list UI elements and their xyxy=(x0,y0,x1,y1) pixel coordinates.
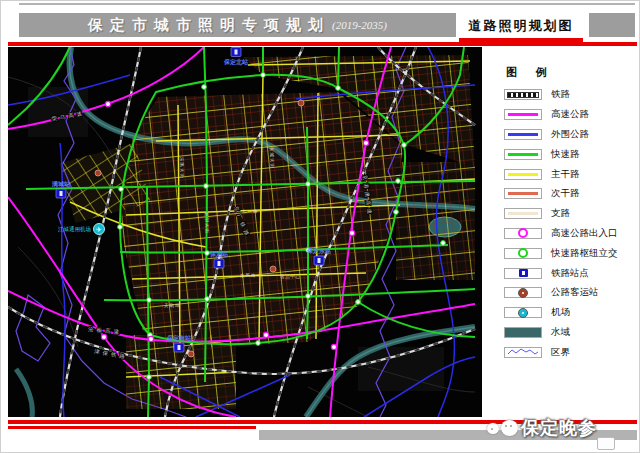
red-rule-bottom-2 xyxy=(8,426,256,429)
top-hairline xyxy=(19,3,635,5)
station-label: 保定南站 xyxy=(166,334,192,342)
legend-symbol-boundary-icon xyxy=(504,347,542,358)
airport-label: 江城通用机场 xyxy=(58,225,91,233)
bus-station-label: 客运中心 xyxy=(280,273,300,279)
legend-symbol-line-icon xyxy=(504,188,542,199)
station-label: 满城站 xyxy=(51,180,71,188)
legend-items: 铁路高速公路外围公路快速路主干路次干路支路高速公路出入口快速路枢纽立交铁路站点公… xyxy=(504,85,628,362)
legend-item-3: 快速路 xyxy=(504,144,628,164)
legend-label: 快速路枢纽立交 xyxy=(551,247,618,260)
legend-label: 快速路 xyxy=(551,148,580,161)
plan-title: 保定市城市照明专项规划 xyxy=(88,16,330,35)
legend-item-0: 铁路 xyxy=(504,85,628,105)
legend-label: 主干路 xyxy=(551,168,580,181)
railway-station-icon xyxy=(214,259,224,268)
bus-station-icon xyxy=(270,266,276,272)
bus-station-icon xyxy=(188,351,194,357)
legend-symbol-line-icon xyxy=(504,109,542,120)
legend-symbol-railway-icon xyxy=(504,89,542,100)
legend-symbol-fill-icon xyxy=(504,327,542,338)
legend-item-4: 主干路 xyxy=(504,164,628,184)
legend-item-11: 机场 xyxy=(504,303,628,323)
map-canvas: 荣乌高速 沧榆高速 京港澳高速 京广铁路 津保铁路 七一路 东风路 天鹅路 乐凯… xyxy=(8,47,482,417)
legend-label: 外围公路 xyxy=(551,128,589,141)
railway-station-icon xyxy=(174,343,184,352)
legend-label: 高速公路 xyxy=(551,108,589,121)
plan-sheet: 保定市城市照明专项规划 (2019-2035) 道路照明规划图 xyxy=(0,0,640,453)
legend-item-10: 公路客运站 xyxy=(504,283,628,303)
watermark-paper-icon xyxy=(597,437,615,450)
legend-symbol-dot-icon xyxy=(504,287,542,298)
legend-label: 支路 xyxy=(551,207,570,220)
road-lighting-map: 荣乌高速 沧榆高速 京港澳高速 京广铁路 津保铁路 七一路 东风路 天鹅路 乐凯… xyxy=(8,47,482,417)
legend-label: 区界 xyxy=(551,346,570,359)
railway-station-icon xyxy=(314,256,324,265)
legend-item-8: 快速路枢纽立交 xyxy=(504,243,628,263)
airplane-glyph: ✈ xyxy=(96,226,102,233)
watermark-bubble-icon xyxy=(487,423,499,434)
station-label: 保定站 xyxy=(209,250,229,258)
red-rule-top xyxy=(8,42,637,46)
legend-panel: 图 例 铁路高速公路外围公路快速路主干路次干路支路高速公路出入口快速路枢纽立交铁… xyxy=(482,47,634,417)
legend-item-7: 高速公路出入口 xyxy=(504,224,628,244)
legend-item-12: 水域 xyxy=(504,323,628,343)
legend-title: 图 例 xyxy=(506,65,555,80)
road-label: 七一路 xyxy=(241,208,259,214)
plan-title-years: (2019-2035) xyxy=(332,19,387,31)
legend-label: 公路客运站 xyxy=(551,286,599,299)
sheet-name: 道路照明规划图 xyxy=(459,17,583,35)
legend-label: 高速公路出入口 xyxy=(551,227,618,240)
legend-symbol-circle-icon xyxy=(504,248,542,259)
legend-label: 次干路 xyxy=(551,187,580,200)
road-label: 天鹅路 xyxy=(164,303,181,308)
legend-symbol-line-icon xyxy=(504,129,542,140)
header-gray-box xyxy=(589,13,635,37)
legend-item-1: 高速公路 xyxy=(504,105,628,125)
legend-symbol-line-icon xyxy=(504,208,542,219)
legend-symbol-dot-icon xyxy=(504,307,542,318)
legend-item-13: 区界 xyxy=(504,342,628,362)
legend-symbol-line-icon xyxy=(504,169,542,180)
legend-label: 铁路站点 xyxy=(551,267,589,280)
bus-station-icon xyxy=(298,100,304,106)
bus-station-icon xyxy=(95,170,101,176)
station-label: 保定北站 xyxy=(223,58,249,66)
legend-label: 水域 xyxy=(551,326,570,339)
watermark-text: 保定晚参 xyxy=(521,416,597,440)
legend-label: 铁路 xyxy=(551,88,570,101)
railway-station-icon xyxy=(56,189,66,198)
legend-symbol-circle-icon xyxy=(504,228,542,239)
legend-label: 机场 xyxy=(551,306,570,319)
legend-item-2: 外围公路 xyxy=(504,125,628,145)
railway-station-icon xyxy=(231,48,241,57)
legend-item-5: 次干路 xyxy=(504,184,628,204)
watermark: 保定晚参 xyxy=(487,406,637,450)
legend-symbol-line-icon xyxy=(504,149,542,160)
title-bar: 保定市城市照明专项规划 (2019-2035) xyxy=(19,13,456,37)
legend-item-6: 支路 xyxy=(504,204,628,224)
road-label: 东风路 xyxy=(240,273,257,278)
watermark-bubble-icon xyxy=(501,420,518,436)
station-label: 保定东站 xyxy=(306,247,332,255)
legend-symbol-station-icon xyxy=(504,268,542,279)
legend-item-9: 铁路站点 xyxy=(504,263,628,283)
